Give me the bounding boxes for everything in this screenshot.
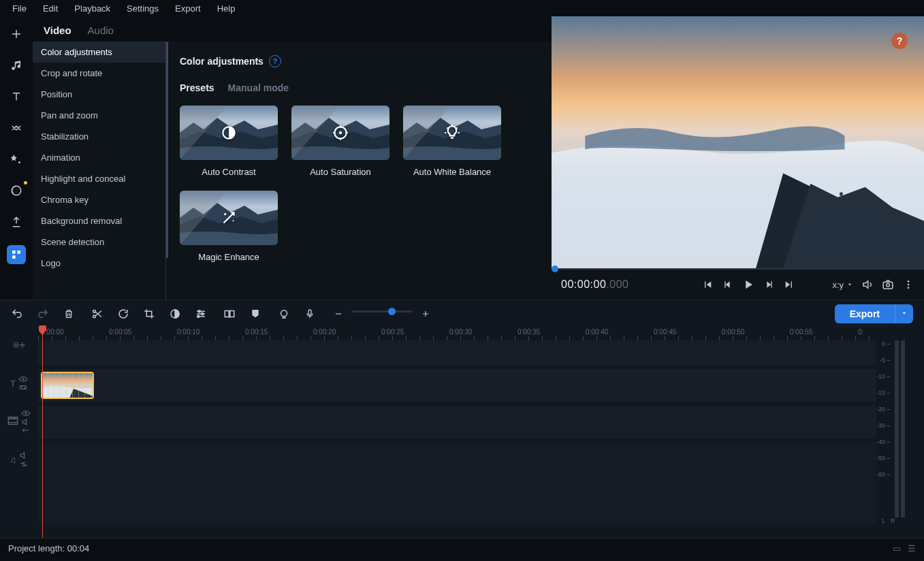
zoom-out-icon[interactable] — [332, 308, 345, 320]
transition-tool-icon[interactable] — [223, 308, 236, 320]
timeline-toolbar: Export — [0, 300, 924, 327]
tool-crop-rotate[interactable]: Crop and rotate — [33, 63, 165, 84]
timeline-ruler[interactable]: 0:00:000:00:050:00:100:00:150:00:200:00:… — [38, 327, 876, 340]
step-back-icon[interactable] — [722, 278, 734, 291]
tool-scene-detection[interactable]: Scene detection — [33, 231, 165, 253]
crop-icon[interactable] — [143, 308, 155, 320]
export-button[interactable]: Export — [835, 304, 895, 323]
mute-icon[interactable] — [19, 451, 29, 460]
add-track-icon[interactable]: ≡+ — [13, 339, 26, 351]
effects-icon[interactable] — [8, 151, 25, 167]
timeline-body[interactable]: 0:00:000:00:050:00:100:00:150:00:200:00:… — [38, 327, 876, 538]
preview-viewport[interactable]: ? — [552, 16, 924, 268]
skip-end-icon[interactable] — [783, 278, 795, 291]
tool-color-adjustments[interactable]: Color adjustments — [33, 42, 165, 63]
ruler-mark: 0:00:55 — [790, 328, 812, 336]
skip-start-icon[interactable] — [701, 278, 714, 291]
preset-target[interactable]: Auto Saturation — [291, 106, 389, 177]
track-headers: ≡+ T ♫ — [0, 327, 38, 538]
text-icon[interactable] — [8, 89, 25, 105]
menu-help[interactable]: Help — [209, 2, 244, 15]
color-icon[interactable] — [169, 308, 181, 320]
tab-video[interactable]: Video — [44, 25, 71, 36]
preset-bulb[interactable]: Auto White Balance — [403, 106, 501, 177]
undo-icon[interactable] — [11, 308, 23, 320]
video-track[interactable] — [38, 369, 876, 402]
meter-right — [901, 340, 905, 517]
svg-rect-18 — [883, 282, 893, 289]
export-dropdown[interactable] — [895, 304, 913, 323]
transitions-icon[interactable] — [8, 120, 25, 136]
split-icon[interactable] — [91, 308, 103, 320]
mode-manual[interactable]: Manual mode — [228, 82, 289, 93]
help-icon[interactable]: ? — [269, 55, 281, 67]
aspect-ratio-dropdown[interactable]: x:y — [832, 280, 853, 290]
zoom-in-icon[interactable] — [419, 308, 432, 320]
visibility-icon[interactable] — [21, 410, 31, 417]
step-forward-icon[interactable] — [763, 278, 775, 291]
redo-icon[interactable] — [37, 308, 49, 320]
overlay-track[interactable] — [38, 340, 876, 365]
add-icon[interactable] — [8, 26, 25, 42]
tool-animation[interactable]: Animation — [33, 147, 165, 168]
svg-point-12 — [224, 213, 226, 215]
playhead[interactable] — [42, 327, 43, 538]
menu-edit[interactable]: Edit — [35, 2, 66, 15]
preview-more-icon[interactable] — [902, 278, 914, 291]
mode-presets[interactable]: Presets — [180, 82, 214, 93]
menu-bar: File Edit Playback Settings Export Help — [0, 0, 924, 16]
zoom-slider[interactable] — [351, 310, 413, 312]
menu-file[interactable]: File — [4, 2, 35, 15]
mute-icon[interactable] — [21, 418, 31, 426]
mic-icon[interactable] — [304, 308, 316, 320]
record-icon[interactable] — [278, 308, 290, 320]
preview-scrubber[interactable] — [552, 268, 924, 270]
view-mode-2-icon[interactable]: ☰ — [908, 543, 916, 554]
delete-icon[interactable] — [63, 308, 75, 320]
preview-help-icon[interactable]: ? — [891, 33, 908, 49]
snapshot-icon[interactable] — [882, 278, 894, 291]
section-title: Color adjustments — [180, 56, 264, 67]
tool-stabilization[interactable]: Stabilization — [33, 126, 165, 147]
tool-logo[interactable]: Logo — [33, 253, 165, 274]
marker-icon[interactable] — [249, 308, 261, 320]
menu-playback[interactable]: Playback — [66, 2, 118, 15]
preset-wand[interactable]: Magic Enhance — [180, 191, 278, 262]
visibility-icon[interactable] — [18, 376, 28, 383]
audio-track-icon: ♫ — [10, 455, 16, 465]
play-icon[interactable] — [742, 278, 754, 291]
tab-audio[interactable]: Audio — [88, 25, 114, 36]
tool-highlight-conceal[interactable]: Highlight and conceal — [33, 168, 165, 189]
music-icon[interactable] — [8, 57, 25, 74]
view-mode-1-icon[interactable]: ▭ — [893, 543, 901, 554]
extra-track[interactable] — [38, 443, 876, 524]
more-tools-icon[interactable] — [7, 245, 26, 264]
svg-point-0 — [18, 161, 20, 163]
audio-track[interactable] — [38, 406, 876, 438]
adjust-icon[interactable] — [195, 308, 207, 320]
export-rail-icon[interactable] — [8, 214, 25, 230]
volume-icon[interactable] — [861, 278, 874, 291]
menu-export[interactable]: Export — [167, 2, 209, 15]
video-clip[interactable] — [41, 372, 94, 399]
svg-rect-17 — [840, 195, 842, 199]
ruler-mark: 0:00:30 — [449, 328, 472, 336]
preset-contrast[interactable]: Auto Contrast — [180, 106, 278, 177]
scrollbar[interactable] — [166, 42, 168, 258]
tool-background-removal[interactable]: Background removal — [33, 210, 165, 231]
tool-content: Color adjustments ? Presets Manual mode … — [166, 42, 552, 300]
link-icon[interactable] — [18, 384, 28, 391]
svg-point-27 — [202, 312, 204, 315]
tool-chroma-key[interactable]: Chroma key — [33, 189, 165, 210]
ruler-mark: 0:00:45 — [654, 328, 676, 336]
back-icon[interactable] — [21, 428, 31, 433]
tool-pan-zoom[interactable]: Pan and zoom — [33, 105, 165, 126]
unlink-icon[interactable] — [19, 461, 29, 468]
overlay-track-icon: T — [10, 379, 16, 389]
stickers-icon[interactable] — [8, 182, 25, 199]
rotate-icon[interactable] — [117, 308, 129, 320]
ruler-mark: 0:00:25 — [381, 328, 404, 336]
tool-position[interactable]: Position — [33, 84, 165, 105]
svg-point-28 — [197, 315, 200, 317]
menu-settings[interactable]: Settings — [118, 2, 167, 15]
